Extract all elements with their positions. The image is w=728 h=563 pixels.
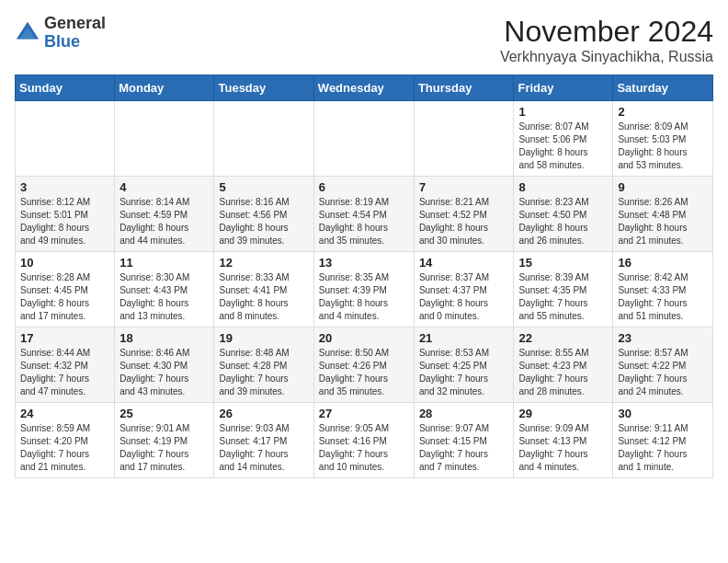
calendar-cell: 18Sunrise: 8:46 AM Sunset: 4:30 PM Dayli…: [115, 327, 214, 403]
day-number: 5: [219, 180, 308, 194]
day-info: Sunrise: 8:39 AM Sunset: 4:35 PM Dayligh…: [518, 271, 608, 323]
day-info: Sunrise: 8:46 AM Sunset: 4:30 PM Dayligh…: [119, 347, 209, 398]
calendar-cell: 12Sunrise: 8:33 AM Sunset: 4:41 PM Dayli…: [214, 252, 313, 327]
calendar-cell: 16Sunrise: 8:42 AM Sunset: 4:33 PM Dayli…: [613, 252, 713, 327]
calendar-week-row: 24Sunrise: 8:59 AM Sunset: 4:20 PM Dayli…: [16, 403, 713, 478]
calendar-cell: 5Sunrise: 8:16 AM Sunset: 4:56 PM Daylig…: [214, 177, 313, 252]
calendar-cell: [16, 101, 115, 177]
calendar-cell: 21Sunrise: 8:53 AM Sunset: 4:25 PM Dayli…: [414, 327, 514, 403]
calendar-cell: 25Sunrise: 9:01 AM Sunset: 4:19 PM Dayli…: [115, 403, 214, 478]
month-title: November 2024: [500, 15, 713, 49]
day-info: Sunrise: 8:53 AM Sunset: 4:25 PM Dayligh…: [419, 347, 509, 398]
calendar-cell: [115, 101, 214, 177]
day-number: 26: [219, 407, 308, 420]
weekday-header: Sunday: [16, 75, 115, 101]
day-info: Sunrise: 8:12 AM Sunset: 5:01 PM Dayligh…: [20, 196, 109, 247]
weekday-header: Friday: [514, 75, 613, 101]
day-number: 30: [618, 407, 708, 420]
day-number: 27: [319, 407, 409, 420]
day-number: 21: [419, 331, 509, 345]
day-number: 11: [119, 256, 209, 270]
calendar-cell: 13Sunrise: 8:35 AM Sunset: 4:39 PM Dayli…: [313, 252, 414, 327]
weekday-header: Thursday: [414, 75, 514, 101]
day-number: 15: [518, 256, 608, 270]
calendar-cell: 3Sunrise: 8:12 AM Sunset: 5:01 PM Daylig…: [16, 177, 115, 252]
calendar: SundayMondayTuesdayWednesdayThursdayFrid…: [15, 75, 713, 478]
day-number: 16: [618, 256, 708, 270]
calendar-cell: [214, 101, 313, 177]
day-number: 2: [618, 105, 708, 119]
day-info: Sunrise: 8:28 AM Sunset: 4:45 PM Dayligh…: [20, 271, 109, 323]
calendar-cell: 20Sunrise: 8:50 AM Sunset: 4:26 PM Dayli…: [313, 327, 414, 403]
calendar-week-row: 1Sunrise: 8:07 AM Sunset: 5:06 PM Daylig…: [16, 101, 713, 177]
day-info: Sunrise: 8:48 AM Sunset: 4:28 PM Dayligh…: [219, 347, 308, 398]
day-info: Sunrise: 9:01 AM Sunset: 4:19 PM Dayligh…: [119, 422, 209, 474]
calendar-week-row: 3Sunrise: 8:12 AM Sunset: 5:01 PM Daylig…: [16, 177, 713, 252]
calendar-cell: 10Sunrise: 8:28 AM Sunset: 4:45 PM Dayli…: [16, 252, 115, 327]
day-number: 28: [419, 407, 509, 420]
weekday-header: Tuesday: [214, 75, 313, 101]
day-info: Sunrise: 9:03 AM Sunset: 4:17 PM Dayligh…: [219, 422, 308, 474]
calendar-cell: 8Sunrise: 8:23 AM Sunset: 4:50 PM Daylig…: [514, 177, 613, 252]
calendar-cell: 19Sunrise: 8:48 AM Sunset: 4:28 PM Dayli…: [214, 327, 313, 403]
calendar-cell: 7Sunrise: 8:21 AM Sunset: 4:52 PM Daylig…: [414, 177, 514, 252]
day-number: 7: [419, 180, 509, 194]
day-number: 8: [518, 180, 608, 194]
day-number: 25: [119, 407, 209, 420]
day-number: 20: [319, 331, 409, 345]
day-info: Sunrise: 9:11 AM Sunset: 4:12 PM Dayligh…: [618, 422, 708, 474]
day-number: 3: [20, 180, 109, 194]
day-info: Sunrise: 8:14 AM Sunset: 4:59 PM Dayligh…: [119, 196, 209, 247]
weekday-header: Saturday: [613, 75, 713, 101]
calendar-cell: 1Sunrise: 8:07 AM Sunset: 5:06 PM Daylig…: [514, 101, 613, 177]
calendar-cell: 9Sunrise: 8:26 AM Sunset: 4:48 PM Daylig…: [613, 177, 713, 252]
logo: General Blue: [15, 15, 106, 52]
calendar-cell: 11Sunrise: 8:30 AM Sunset: 4:43 PM Dayli…: [115, 252, 214, 327]
calendar-cell: 17Sunrise: 8:44 AM Sunset: 4:32 PM Dayli…: [16, 327, 115, 403]
day-info: Sunrise: 8:21 AM Sunset: 4:52 PM Dayligh…: [419, 196, 509, 247]
day-number: 14: [419, 256, 509, 270]
calendar-cell: 4Sunrise: 8:14 AM Sunset: 4:59 PM Daylig…: [115, 177, 214, 252]
calendar-cell: 15Sunrise: 8:39 AM Sunset: 4:35 PM Dayli…: [514, 252, 613, 327]
day-info: Sunrise: 8:26 AM Sunset: 4:48 PM Dayligh…: [618, 196, 708, 247]
calendar-week-row: 10Sunrise: 8:28 AM Sunset: 4:45 PM Dayli…: [16, 252, 713, 327]
day-number: 10: [20, 256, 109, 270]
day-info: Sunrise: 8:35 AM Sunset: 4:39 PM Dayligh…: [319, 271, 409, 323]
day-info: Sunrise: 8:19 AM Sunset: 4:54 PM Dayligh…: [319, 196, 409, 247]
day-info: Sunrise: 8:59 AM Sunset: 4:20 PM Dayligh…: [20, 422, 109, 474]
day-number: 19: [219, 331, 308, 345]
day-number: 24: [20, 407, 109, 420]
calendar-cell: 2Sunrise: 8:09 AM Sunset: 5:03 PM Daylig…: [613, 101, 713, 177]
day-info: Sunrise: 8:57 AM Sunset: 4:22 PM Dayligh…: [618, 347, 708, 398]
calendar-cell: 6Sunrise: 8:19 AM Sunset: 4:54 PM Daylig…: [313, 177, 414, 252]
day-info: Sunrise: 8:55 AM Sunset: 4:23 PM Dayligh…: [518, 347, 608, 398]
calendar-cell: 22Sunrise: 8:55 AM Sunset: 4:23 PM Dayli…: [514, 327, 613, 403]
day-info: Sunrise: 8:23 AM Sunset: 4:50 PM Dayligh…: [518, 196, 608, 247]
day-number: 17: [20, 331, 109, 345]
logo-text: General Blue: [44, 15, 106, 52]
day-number: 29: [518, 407, 608, 420]
day-info: Sunrise: 8:09 AM Sunset: 5:03 PM Dayligh…: [618, 121, 708, 172]
calendar-cell: 30Sunrise: 9:11 AM Sunset: 4:12 PM Dayli…: [613, 403, 713, 478]
day-info: Sunrise: 8:37 AM Sunset: 4:37 PM Dayligh…: [419, 271, 509, 323]
day-info: Sunrise: 8:07 AM Sunset: 5:06 PM Dayligh…: [518, 121, 608, 172]
calendar-cell: [313, 101, 414, 177]
day-info: Sunrise: 8:30 AM Sunset: 4:43 PM Dayligh…: [119, 271, 209, 323]
day-info: Sunrise: 8:16 AM Sunset: 4:56 PM Dayligh…: [219, 196, 308, 247]
day-number: 1: [518, 105, 608, 119]
day-info: Sunrise: 9:07 AM Sunset: 4:15 PM Dayligh…: [419, 422, 509, 474]
day-number: 18: [119, 331, 209, 345]
day-number: 23: [618, 331, 708, 345]
calendar-cell: 14Sunrise: 8:37 AM Sunset: 4:37 PM Dayli…: [414, 252, 514, 327]
day-number: 13: [319, 256, 409, 270]
calendar-cell: 26Sunrise: 9:03 AM Sunset: 4:17 PM Dayli…: [214, 403, 313, 478]
calendar-week-row: 17Sunrise: 8:44 AM Sunset: 4:32 PM Dayli…: [16, 327, 713, 403]
day-info: Sunrise: 8:33 AM Sunset: 4:41 PM Dayligh…: [219, 271, 308, 323]
day-number: 22: [518, 331, 608, 345]
day-info: Sunrise: 8:42 AM Sunset: 4:33 PM Dayligh…: [618, 271, 708, 323]
calendar-cell: 27Sunrise: 9:05 AM Sunset: 4:16 PM Dayli…: [313, 403, 414, 478]
day-info: Sunrise: 8:44 AM Sunset: 4:32 PM Dayligh…: [20, 347, 109, 398]
calendar-body: 1Sunrise: 8:07 AM Sunset: 5:06 PM Daylig…: [16, 101, 713, 478]
calendar-cell: 24Sunrise: 8:59 AM Sunset: 4:20 PM Dayli…: [16, 403, 115, 478]
calendar-cell: 23Sunrise: 8:57 AM Sunset: 4:22 PM Dayli…: [613, 327, 713, 403]
